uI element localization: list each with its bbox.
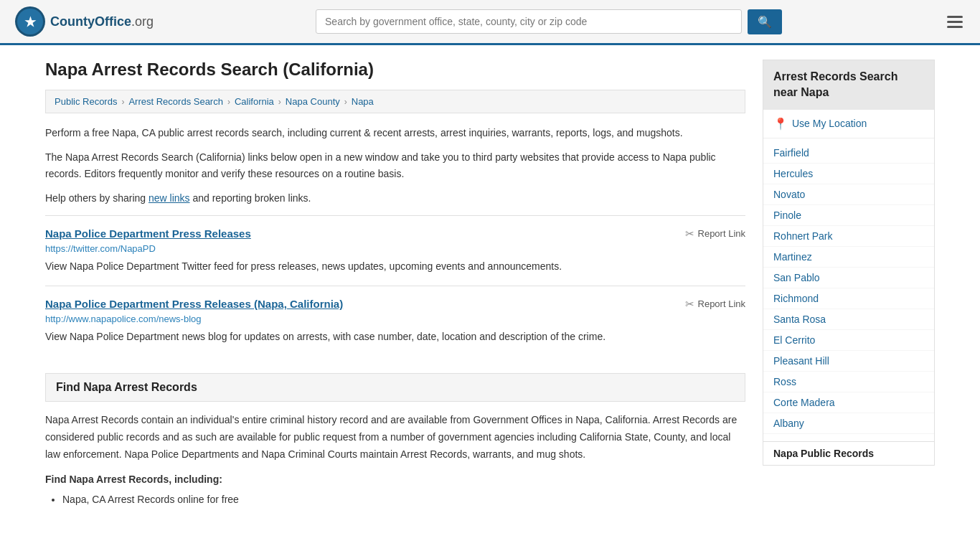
sidebar-link-pleasant-hill[interactable]: Pleasant Hill [763,351,934,372]
intro-paragraph-2: The Napa Arrest Records Search (Californ… [45,149,745,182]
sidebar-bottom-label: Napa Public Records [763,441,934,465]
new-links-link[interactable]: new links [149,192,190,204]
content-area: Napa Arrest Records Search (California) … [45,60,745,509]
svg-text:★: ★ [24,15,37,29]
record-list: Napa, CA Arrest Records online for free [62,491,745,509]
breadcrumb-california[interactable]: California [235,96,274,107]
sidebar-link-pinole[interactable]: Pinole [763,205,934,226]
sidebar-link-richmond[interactable]: Richmond [763,288,934,309]
breadcrumb-sep-4: › [344,97,347,107]
sidebar-link-el-cerrito[interactable]: El Cerrito [763,330,934,351]
result-url-1: https://twitter.com/NapaPD [45,243,745,254]
sidebar-link-san-pablo[interactable]: San Pablo [763,268,934,288]
result-title-1: Napa Police Department Press Releases [45,227,251,240]
breadcrumb-public-records[interactable]: Public Records [55,96,117,107]
intro-paragraph-1: Perform a free Napa, CA public arrest re… [45,125,745,141]
report-link-1[interactable]: ✂ Report Link [685,227,745,240]
menu-bar-1 [947,16,963,18]
breadcrumb-arrest-records[interactable]: Arrest Records Search [128,96,223,107]
result-url-2: http://www.napapolice.com/news-blog [45,314,745,324]
breadcrumb-sep-3: › [278,97,281,107]
result-item-2: Napa Police Department Press Releases (N… [45,286,745,356]
breadcrumb-sep-2: › [227,97,230,107]
intro-paragraph-3: Help others by sharing new links and rep… [45,190,745,206]
sidebar-link-novato[interactable]: Novato [763,184,934,205]
breadcrumb: Public Records › Arrest Records Search ›… [45,90,745,113]
page-title: Napa Arrest Records Search (California) [45,60,745,80]
breadcrumb-sep-1: › [121,97,124,107]
search-input[interactable] [316,9,742,34]
find-section-body2-label: Find Napa Arrest Records, including: [45,474,745,485]
header: ★ CountyOffice.org 🔍 [0,0,980,45]
result-item-1: Napa Police Department Press Releases ✂ … [45,215,745,286]
search-button[interactable]: 🔍 [748,9,782,34]
logo-icon: ★ [14,6,46,37]
result-title-2: Napa Police Department Press Releases (N… [45,298,343,310]
result-desc-1: View Napa Police Department Twitter feed… [45,258,745,274]
search-icon: 🔍 [758,16,772,28]
result-header-1: Napa Police Department Press Releases ✂ … [45,227,745,240]
list-item: Napa, CA Arrest Records online for free [62,491,745,509]
result-link-2[interactable]: Napa Police Department Press Releases (N… [45,298,343,310]
menu-bar-2 [947,21,963,23]
sidebar-link-santa-rosa[interactable]: Santa Rosa [763,309,934,330]
sidebar-location: 📍 Use My Location [763,110,934,138]
sidebar-link-albany[interactable]: Albany [763,413,934,434]
sidebar-link-ross[interactable]: Ross [763,372,934,392]
hamburger-menu-button[interactable] [944,13,966,31]
sidebar-link-martinez[interactable]: Martinez [763,247,934,268]
sidebar: Arrest Records Search near Napa 📍 Use My… [763,60,935,509]
sidebar-title: Arrest Records Search near Napa [763,60,934,110]
sidebar-link-fairfield[interactable]: Fairfield [763,143,934,164]
main-container: Napa Arrest Records Search (California) … [31,45,949,523]
scissors-icon-2: ✂ [685,298,694,311]
report-link-2[interactable]: ✂ Report Link [685,298,745,311]
breadcrumb-napa[interactable]: Napa [352,96,374,107]
result-header-2: Napa Police Department Press Releases (N… [45,298,745,311]
list-item-text: Napa, CA Arrest Records online for free [62,494,239,505]
sidebar-link-corte-madera[interactable]: Corte Madera [763,392,934,413]
sidebar-links-list: FairfieldHerculesNovatoPinoleRohnert Par… [763,138,934,438]
result-desc-2: View Napa Police Department news blog fo… [45,329,745,344]
logo-text: CountyOffice.org [50,14,154,29]
menu-bar-3 [947,26,963,28]
use-my-location-link[interactable]: Use My Location [792,118,867,129]
search-area: 🔍 [316,9,782,34]
logo-area: ★ CountyOffice.org [14,6,154,37]
scissors-icon-1: ✂ [685,227,694,240]
location-pin-icon: 📍 [773,117,788,131]
sidebar-link-hercules[interactable]: Hercules [763,164,934,184]
sidebar-link-rohnert-park[interactable]: Rohnert Park [763,226,934,247]
sidebar-box: Arrest Records Search near Napa 📍 Use My… [763,60,935,466]
breadcrumb-napa-county[interactable]: Napa County [286,96,340,107]
find-section-header: Find Napa Arrest Records [45,373,745,402]
find-section-body1: Napa Arrest Records contain an individua… [45,412,745,463]
result-link-1[interactable]: Napa Police Department Press Releases [45,227,251,240]
